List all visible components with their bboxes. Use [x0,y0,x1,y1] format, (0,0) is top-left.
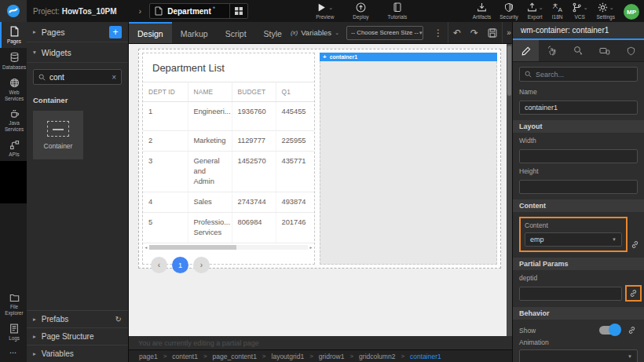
user-avatar[interactable]: MP [624,4,639,20]
col-name[interactable]: NAME [188,82,232,102]
properties-search-box[interactable] [519,67,638,82]
select-arrow-icon: ▼ [419,31,423,35]
col-dept-id[interactable]: DEPT ID [143,82,188,102]
more-menu-icon[interactable]: ⋮ [429,22,448,43]
settings-button[interactable]: ⌄ Settings [597,2,616,20]
pages-icon [9,26,20,37]
chevron-down-icon[interactable]: ⌄ [328,5,333,11]
undo-icon[interactable]: ↶ [448,22,466,43]
table-row[interactable]: 1Engineeri...1936760445455 [143,102,314,131]
breadcrumb-separator: > [349,353,353,360]
content-select[interactable]: emp ▼ [525,232,622,247]
page-selector[interactable]: Department * [149,3,248,19]
bind-link-icon[interactable] [628,326,636,335]
rail-item-file-explorer[interactable]: File Explorer [0,289,27,320]
table-row[interactable]: 3General and Admin1452570435771 [143,152,314,192]
col-q1[interactable]: Q1 [276,82,314,102]
more-options-icon[interactable]: ⋯ [0,345,27,362]
vcs-button[interactable]: ⌄ VCS [572,2,588,20]
prefabs-section-header[interactable]: ▸ Prefabs ↻ [27,310,128,327]
add-page-button[interactable]: + [109,26,122,38]
accessibility-tab[interactable] [565,40,591,61]
breadcrumb-item-content1[interactable]: content1 [172,353,198,360]
preview-button[interactable]: ⌄ Preview [316,2,334,20]
bind-link-icon[interactable] [631,240,639,252]
rail-item-databases[interactable]: Databases [0,48,27,74]
artifacts-button[interactable]: Artifacts [473,2,491,20]
pages-section-header[interactable]: ▸ Pages + [27,22,128,42]
security-button[interactable]: Security [499,2,518,20]
deptid-input[interactable] [519,287,622,301]
show-toggle[interactable] [599,326,620,335]
refresh-icon[interactable]: ↻ [115,315,122,324]
events-tab[interactable] [539,40,565,61]
col-budget[interactable]: BUDGET [232,82,276,102]
chevron-down-icon[interactable]: ⌄ [539,5,543,11]
pagination-next-button[interactable]: › [193,257,210,273]
scrollbar-thumb[interactable] [149,245,236,250]
table-horizontal-scrollbar[interactable]: ◂ ▸ [143,243,314,250]
page-structure-section-header[interactable]: ▸ Page Structure [27,327,128,345]
container1-selection-header[interactable]: + container1 [320,53,497,61]
properties-tab[interactable] [513,40,539,61]
tab-script[interactable]: Script [217,22,255,43]
scroll-right-icon[interactable]: ▸ [308,245,314,250]
canvas-vertical-scrollbar[interactable] [507,44,512,336]
breadcrumb-item-container1[interactable]: container1 [410,353,441,360]
export-button[interactable]: ⌄ Export [527,2,543,20]
chevron-right-icon: › [139,6,142,16]
app-logo[interactable] [0,0,27,22]
variables-dropdown[interactable]: (x) Variables ⌄ [291,28,339,37]
deploy-button[interactable]: Deploy [353,2,368,20]
widgets-section-header[interactable]: ▾ Widgets [27,42,128,63]
table-title: Department List [143,53,314,82]
save-icon[interactable] [483,22,502,43]
security-tab[interactable] [618,40,644,61]
redo-icon[interactable]: ↷ [466,22,483,43]
container1-body[interactable] [320,61,497,265]
tutorials-button[interactable]: Tutorials [388,2,408,20]
name-input[interactable] [519,101,638,115]
animation-select[interactable]: ▼ [519,349,638,362]
clear-search-icon[interactable]: × [112,73,116,82]
pagination-prev-button[interactable]: ‹ [151,257,167,273]
breadcrumb-item-gridcolumn2[interactable]: gridcolumn2 [359,353,395,360]
rail-item-logs[interactable]: Logs [0,320,27,345]
breadcrumb-item-layoutgrid1[interactable]: layoutgrid1 [272,353,305,360]
rail-item-web-services[interactable]: Web Services [0,74,27,105]
design-canvas[interactable]: Department List DEPT ID NAME BUDGET Q1 [129,44,512,349]
table-row[interactable]: 5Professio... Services806984201746 [143,213,314,243]
rail-item-java-services[interactable]: Java Services [0,104,27,136]
widget-search-input[interactable] [49,73,108,82]
device-tab[interactable] [591,40,617,61]
rail-item-pages[interactable]: Pages [0,22,27,48]
bind-link-icon[interactable] [629,289,638,298]
variables-section-header[interactable]: ▸ Variables [27,345,128,362]
layout-grid[interactable]: Department List DEPT ID NAME BUDGET Q1 [138,49,501,269]
chevron-down-icon[interactable]: ⌄ [609,5,614,11]
table-row[interactable]: 2Marketing1129777225955 [143,131,314,152]
width-input[interactable] [519,149,638,163]
scroll-left-icon[interactable]: ◂ [143,245,149,250]
scrollbar-track[interactable] [149,245,308,250]
page-grid-icon[interactable] [229,4,247,18]
chevron-down-icon[interactable]: ⌄ [584,5,588,11]
breadcrumb-item-page-content1[interactable]: page_content1 [213,353,257,360]
tab-style[interactable]: Style [255,22,291,43]
plus-icon[interactable]: + [323,54,327,60]
properties-search-input[interactable] [536,71,632,79]
container-widget-tile[interactable]: Container [33,111,83,159]
height-input[interactable] [519,180,638,194]
container1-widget[interactable]: + container1 [320,53,497,265]
breadcrumb-item-gridrow1[interactable]: gridrow1 [319,353,345,360]
department-list-card[interactable]: Department List DEPT ID NAME BUDGET Q1 [142,53,315,265]
rail-item-apis[interactable]: APIs [0,136,27,161]
widget-search-box[interactable]: × [33,69,122,85]
table-row[interactable]: 4Sales2743744493874 [143,192,314,213]
tab-design[interactable]: Design [129,22,172,43]
i18n-button[interactable]: A I18N [552,2,563,20]
tab-markup[interactable]: Markup [172,22,217,43]
screen-size-select[interactable]: -- Choose Screen Size -- ▼ [346,26,423,40]
pagination-page-1-button[interactable]: 1 [172,257,188,273]
breadcrumb-item-page1[interactable]: page1 [139,353,158,360]
